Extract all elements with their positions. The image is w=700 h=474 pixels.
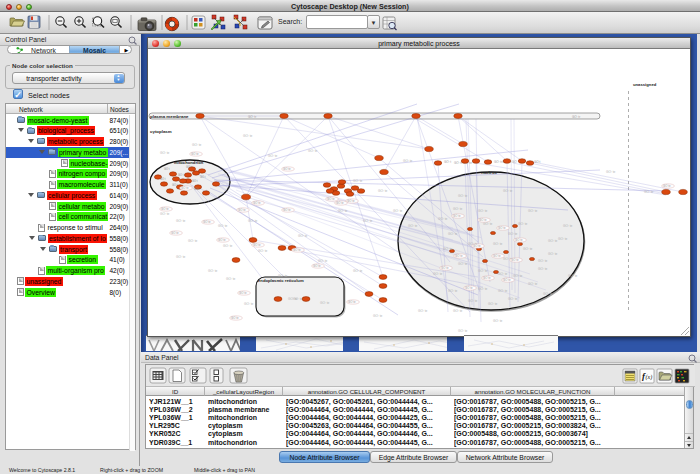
- svg-text:GO: te: GO: te: [448, 289, 458, 293]
- svg-text:GO te: GO te: [503, 278, 511, 282]
- svg-text:GO: te: GO: te: [218, 224, 228, 228]
- svg-text:GO: te: GO: te: [438, 217, 448, 221]
- svg-text:GO te: GO te: [347, 199, 355, 203]
- svg-text:GO te: GO te: [283, 167, 291, 171]
- svg-text:nucleus: nucleus: [481, 170, 497, 175]
- svg-text:GO: te: GO: te: [268, 154, 278, 158]
- svg-text:GO: te: GO: te: [226, 277, 236, 281]
- svg-text:GO: te: GO: te: [508, 297, 518, 301]
- svg-text:GO: te: GO: te: [373, 314, 383, 318]
- svg-text:GO: te: GO: te: [548, 239, 558, 243]
- svg-text:GO: te: GO: te: [568, 274, 578, 278]
- svg-text:GO te: GO te: [161, 207, 169, 211]
- svg-text:GO: te: GO: te: [243, 134, 253, 138]
- svg-text:GO te: GO te: [171, 231, 179, 235]
- svg-text:GO t: GO t: [192, 179, 198, 183]
- svg-text:GO: te: GO: te: [513, 274, 523, 278]
- svg-text:GO te: GO te: [253, 201, 261, 205]
- svg-text:plasma membrane: plasma membrane: [150, 114, 189, 119]
- svg-text:GO: te: GO: te: [160, 151, 170, 155]
- svg-text:GO: te: GO: te: [448, 232, 458, 236]
- svg-text:GO: tr: GO: tr: [248, 115, 256, 119]
- svg-text:mitochondrion: mitochondrion: [174, 160, 204, 165]
- svg-text:GO te: GO te: [203, 220, 211, 224]
- svg-text:GO: te: GO: te: [488, 302, 498, 306]
- svg-text:GO: te: GO: te: [644, 190, 654, 194]
- svg-text:cytoplasm: cytoplasm: [150, 129, 172, 134]
- svg-text:GO: te: GO: te: [453, 309, 463, 313]
- svg-text:GO: te: GO: te: [538, 259, 548, 263]
- svg-text:GO te: GO te: [453, 214, 461, 218]
- svg-text:GO: te: GO: te: [176, 219, 186, 223]
- svg-text:GO: te: GO: te: [363, 219, 373, 223]
- svg-text:GO: te: GO: te: [458, 262, 468, 266]
- svg-text:GO: te: GO: te: [558, 237, 568, 241]
- svg-text:GO te: GO te: [293, 248, 301, 252]
- svg-text:GO t: GO t: [194, 187, 200, 191]
- svg-text:GO: te: GO: te: [478, 209, 488, 213]
- svg-text:GO te: GO te: [231, 316, 239, 320]
- svg-text:GO: te: GO: te: [192, 143, 202, 147]
- svg-text:GO: te: GO: te: [483, 222, 493, 226]
- svg-text:endoplasmic reticulum: endoplasmic reticulum: [258, 278, 304, 283]
- svg-text:GO: te: GO: te: [548, 252, 558, 256]
- svg-text:GO: te: GO: te: [278, 274, 288, 278]
- svg-text:GO: te: GO: te: [160, 212, 170, 216]
- svg-text:GO te: GO te: [473, 244, 481, 248]
- svg-text:GO: te: GO: te: [418, 309, 428, 313]
- svg-text:GO: te: GO: te: [498, 289, 508, 293]
- svg-text:GO: te: GO: te: [493, 319, 503, 323]
- svg-text:GO: te: GO: te: [453, 207, 463, 211]
- svg-text:GO: te: GO: te: [503, 189, 513, 193]
- svg-text:GO: te: GO: te: [498, 272, 508, 276]
- svg-text:GO te: GO te: [455, 254, 463, 258]
- svg-text:GO te: GO te: [441, 266, 449, 270]
- svg-text:GO te: GO te: [493, 254, 501, 258]
- svg-text:GO te: GO te: [181, 186, 189, 190]
- svg-text:GO t: GO t: [178, 173, 184, 177]
- svg-text:GO: te: GO: te: [543, 292, 553, 296]
- svg-text:GO te: GO te: [253, 243, 261, 247]
- svg-text:GO: te: GO: te: [528, 282, 538, 286]
- svg-text:GO: tr: GO: tr: [572, 115, 580, 119]
- svg-text:GO te: GO te: [465, 286, 473, 290]
- svg-text:GO:t: GO:t: [534, 160, 541, 164]
- svg-text:GO t: GO t: [186, 165, 192, 169]
- svg-text:GO: te: GO: te: [208, 269, 218, 273]
- svg-text:GO: te: GO: te: [393, 209, 403, 213]
- svg-text:GO te: GO te: [515, 238, 523, 242]
- svg-text:GO: te: GO: te: [248, 219, 258, 223]
- svg-text:(x): (x): [646, 374, 653, 381]
- svg-text:GO: te: GO: te: [318, 259, 328, 263]
- svg-text:GO t: GO t: [172, 183, 178, 187]
- svg-text:GO te: GO te: [283, 208, 291, 212]
- svg-text:GO te: GO te: [479, 218, 487, 222]
- svg-text:GO: te: GO: te: [528, 209, 538, 213]
- svg-text:GO: te: GO: te: [468, 299, 478, 303]
- svg-text:GO: te: GO: te: [606, 170, 616, 174]
- svg-text:GO: te: GO: te: [378, 189, 388, 193]
- svg-text:GO t: GO t: [160, 177, 166, 181]
- svg-text:GO: t: GO: t: [444, 160, 451, 164]
- svg-text:GO te: GO te: [483, 276, 491, 280]
- svg-text:GO: te: GO: te: [518, 222, 528, 226]
- svg-text:GO: te: GO: te: [478, 269, 488, 273]
- svg-text:GO: te: GO: te: [338, 209, 348, 213]
- svg-text:GO te: GO te: [511, 258, 519, 262]
- svg-text:GO te: GO te: [191, 152, 199, 156]
- svg-text:unassigned: unassigned: [633, 82, 657, 87]
- svg-text:GO: te: GO: te: [493, 242, 503, 246]
- svg-text:GO: te: GO: te: [298, 234, 308, 238]
- svg-text:GO te: GO te: [498, 226, 506, 230]
- svg-text:GO: te: GO: te: [258, 249, 268, 253]
- svg-text:GO: te: GO: te: [458, 329, 468, 333]
- svg-text:GO: te: GO: te: [403, 159, 413, 163]
- svg-text:GO: te: GO: te: [563, 224, 573, 228]
- svg-text:GO: te: GO: te: [443, 247, 453, 251]
- svg-text:GO: te: GO: te: [244, 302, 254, 306]
- svg-text:GO: te: GO: te: [293, 297, 303, 301]
- svg-text:GO te: GO te: [348, 300, 356, 304]
- svg-text:GO: te: GO: te: [188, 239, 198, 243]
- svg-text:GO te: GO te: [327, 197, 335, 201]
- svg-text:GO: te: GO: te: [538, 267, 548, 271]
